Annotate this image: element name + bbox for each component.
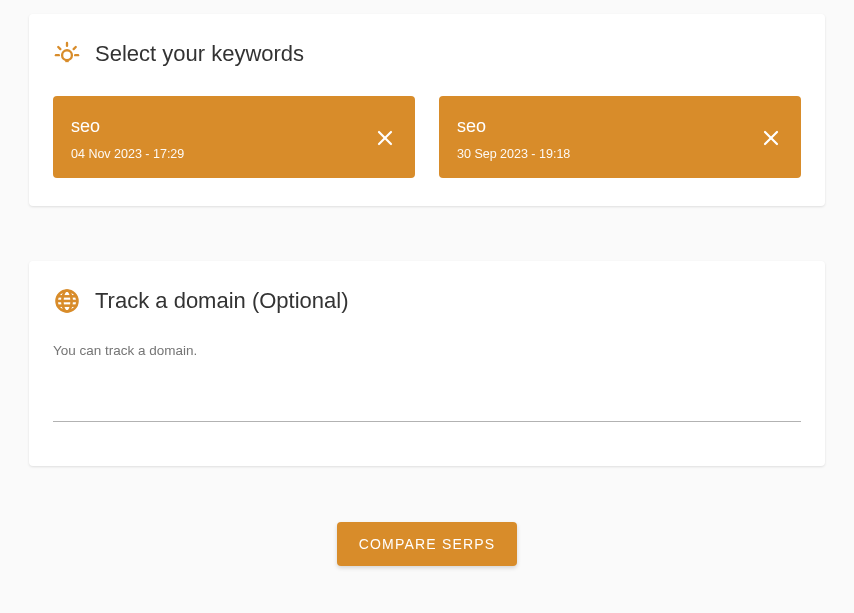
svg-line-3 xyxy=(74,47,76,49)
keyword-chip[interactable]: seo 30 Sep 2023 - 19:18 xyxy=(439,96,801,178)
domain-description: You can track a domain. xyxy=(53,343,801,358)
chip-keyword-label: seo xyxy=(457,116,570,137)
lightbulb-icon xyxy=(53,40,81,68)
keyword-chip[interactable]: seo 04 Nov 2023 - 17:29 xyxy=(53,96,415,178)
chip-date-label: 04 Nov 2023 - 17:29 xyxy=(71,147,184,161)
svg-line-2 xyxy=(58,47,60,49)
keywords-card-header: Select your keywords xyxy=(53,40,801,68)
keyword-chips-container: seo 04 Nov 2023 - 17:29 seo 30 Sep 2023 … xyxy=(53,96,801,178)
close-icon[interactable] xyxy=(373,126,397,150)
chip-text: seo 30 Sep 2023 - 19:18 xyxy=(457,116,570,161)
svg-point-0 xyxy=(62,50,72,60)
chip-date-label: 30 Sep 2023 - 19:18 xyxy=(457,147,570,161)
domain-input[interactable] xyxy=(53,392,801,422)
keywords-card: Select your keywords seo 04 Nov 2023 - 1… xyxy=(29,14,825,206)
domain-card: Track a domain (Optional) You can track … xyxy=(29,261,825,466)
keywords-title: Select your keywords xyxy=(95,41,304,67)
domain-title: Track a domain (Optional) xyxy=(95,288,349,314)
domain-card-header: Track a domain (Optional) xyxy=(53,287,801,315)
compare-serps-button[interactable]: COMPARE SERPS xyxy=(337,522,518,566)
close-icon[interactable] xyxy=(759,126,783,150)
chip-keyword-label: seo xyxy=(71,116,184,137)
globe-icon xyxy=(53,287,81,315)
compare-button-container: COMPARE SERPS xyxy=(29,522,825,566)
chip-text: seo 04 Nov 2023 - 17:29 xyxy=(71,116,184,161)
